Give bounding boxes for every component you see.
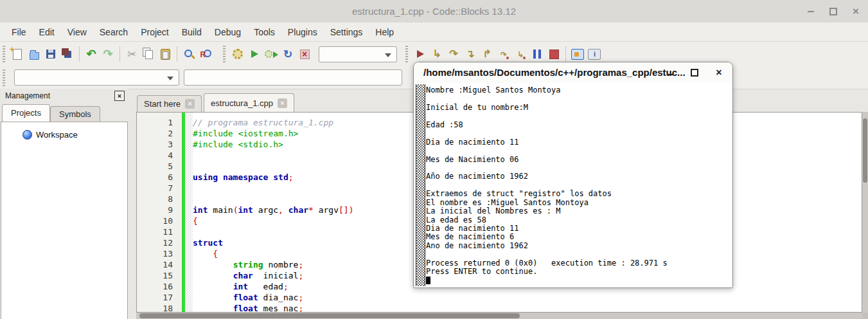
menu-item-tools[interactable]: Tools xyxy=(247,23,281,42)
toolbar-separator xyxy=(177,46,177,62)
redo-button[interactable] xyxy=(100,46,116,62)
paste-icon xyxy=(161,49,170,60)
abort-icon xyxy=(300,50,310,59)
terminal-titlebar[interactable]: /home/msantos/Documentos/c++/programas_c… xyxy=(414,62,732,84)
secondary-input[interactable] xyxy=(184,69,402,86)
terminal-body: Nombre :Miguel Santos MontoyaInicial de … xyxy=(414,83,732,287)
replace-button[interactable] xyxy=(197,46,214,62)
maximize-icon xyxy=(829,8,837,15)
stop-debugger-button[interactable] xyxy=(545,46,562,62)
abort-button[interactable] xyxy=(296,46,313,62)
management-header[interactable]: Management × xyxy=(0,90,128,102)
next-line-button[interactable] xyxy=(445,46,462,62)
workspace-tree-item[interactable]: Workspace xyxy=(22,130,78,140)
menu-item-debug[interactable]: Debug xyxy=(208,23,247,42)
debug-continue-button[interactable] xyxy=(412,46,429,62)
step-into-button[interactable] xyxy=(462,46,479,62)
build-button[interactable] xyxy=(229,46,246,62)
save-all-icon xyxy=(62,48,69,55)
maximize-button[interactable] xyxy=(828,6,839,17)
build-target-select[interactable] xyxy=(319,46,397,62)
terminal-output: Nombre :Miguel Santos MontoyaInicial de … xyxy=(426,86,731,287)
horizontal-scrollbar-thumb[interactable] xyxy=(139,313,520,318)
tab-estructura-1-cpp[interactable]: estructura_1.cpp × xyxy=(204,93,294,112)
menu-item-build[interactable]: Build xyxy=(175,23,208,42)
close-tab-icon[interactable]: × xyxy=(185,99,195,109)
undo-button[interactable] xyxy=(83,46,100,62)
editor-horizontal-scrollbar[interactable] xyxy=(136,313,862,319)
break-debugger-button[interactable] xyxy=(529,46,545,62)
terminal-line xyxy=(426,147,731,155)
toolbar-gripper[interactable] xyxy=(3,46,5,62)
menu-item-help[interactable]: Help xyxy=(369,23,400,42)
terminal-line xyxy=(426,164,731,172)
save-all-button[interactable] xyxy=(59,46,76,62)
terminal-line xyxy=(426,250,731,259)
search-combo[interactable] xyxy=(14,69,179,86)
debugging-windows-button[interactable] xyxy=(569,46,586,62)
code-line: float mes_nac; xyxy=(193,303,862,313)
close-button[interactable]: × xyxy=(850,6,862,17)
management-close-button[interactable]: × xyxy=(114,91,125,101)
terminal-line: Mes de nacimiento 6 xyxy=(426,233,731,241)
toolbar-gripper[interactable] xyxy=(3,69,5,86)
menu-item-plugins[interactable]: Plugins xyxy=(281,23,324,42)
terminal-close-button[interactable]: × xyxy=(714,68,723,77)
terminal-title: /home/msantos/Documentos/c++/programas_c… xyxy=(423,62,686,83)
open-file-button[interactable] xyxy=(26,46,42,62)
terminal-scrollbar[interactable] xyxy=(416,84,425,286)
editor-fold-margin[interactable] xyxy=(185,113,193,312)
tab-symbols[interactable]: Symbols xyxy=(50,106,100,122)
stop-debugger-icon xyxy=(549,50,559,59)
toolbar-gripper[interactable] xyxy=(405,46,408,62)
terminal-line xyxy=(426,181,731,190)
build-and-run-button[interactable] xyxy=(263,46,279,62)
tab-start-here[interactable]: Start here × xyxy=(137,95,202,112)
close-icon: × xyxy=(118,93,121,100)
new-file-button[interactable] xyxy=(9,46,26,62)
terminal-line: Press ENTER to continue. xyxy=(426,268,731,276)
undo-icon xyxy=(86,48,96,60)
editor-vertical-scrollbar[interactable] xyxy=(862,112,868,313)
new-file-icon xyxy=(13,49,22,60)
line-number: 14 xyxy=(137,259,182,270)
run-button[interactable] xyxy=(246,46,263,62)
vertical-scrollbar-thumb[interactable] xyxy=(863,118,867,183)
terminal-window: /home/msantos/Documentos/c++/programas_c… xyxy=(413,62,733,288)
paste-button[interactable] xyxy=(157,46,173,62)
minimize-button[interactable] xyxy=(805,6,817,17)
chevron-down-icon xyxy=(167,77,173,80)
step-out-button[interactable] xyxy=(479,46,495,62)
menu-item-search[interactable]: Search xyxy=(93,23,134,42)
cut-button[interactable] xyxy=(123,46,140,62)
management-tabs: Projects Symbols xyxy=(2,104,100,122)
terminal-maximize-button[interactable] xyxy=(690,68,699,77)
terminal-line: Dia de nacimiento 11 xyxy=(426,224,731,233)
find-button[interactable] xyxy=(181,46,197,62)
terminal-line: Nombre :Miguel Santos Montoya xyxy=(426,86,731,95)
terminal-line: Año de nacimiento 1962 xyxy=(426,172,731,181)
line-number: 1 xyxy=(137,117,182,128)
menu-item-edit[interactable]: Edit xyxy=(33,23,61,42)
run-to-cursor-button[interactable] xyxy=(429,46,445,62)
line-number: 18 xyxy=(137,303,182,313)
terminal-line: La edad es 58 xyxy=(426,216,731,224)
menu-item-project[interactable]: Project xyxy=(134,23,175,42)
menu-item-settings[interactable]: Settings xyxy=(324,23,369,42)
close-tab-icon[interactable]: × xyxy=(278,98,287,108)
save-button[interactable] xyxy=(42,46,59,62)
various-info-button[interactable] xyxy=(586,46,603,62)
menu-item-file[interactable]: File xyxy=(5,23,33,42)
rebuild-button[interactable] xyxy=(279,46,296,62)
step-into-instruction-button[interactable] xyxy=(512,46,529,62)
minimize-icon xyxy=(667,74,673,75)
next-instruction-button[interactable] xyxy=(495,46,512,62)
line-number: 12 xyxy=(137,237,182,248)
tab-projects[interactable]: Projects xyxy=(2,104,50,122)
open-file-icon xyxy=(30,52,39,60)
toolbar-gripper[interactable] xyxy=(223,46,226,62)
menu-item-view[interactable]: View xyxy=(61,23,93,42)
next-line-icon xyxy=(449,49,457,59)
copy-button[interactable] xyxy=(140,46,157,62)
terminal-minimize-button[interactable] xyxy=(666,68,675,77)
